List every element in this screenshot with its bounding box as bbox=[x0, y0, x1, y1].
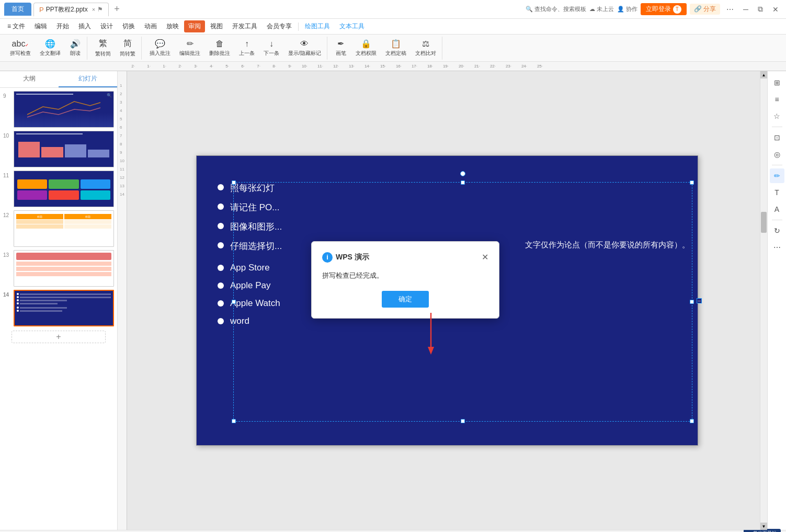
file-perm-icon: 🔒 bbox=[361, 39, 371, 49]
slide-preview-13 bbox=[14, 250, 114, 287]
dialog-close-btn[interactable]: ✕ bbox=[482, 252, 488, 262]
slide-preview-14 bbox=[14, 290, 114, 326]
ink-btn[interactable]: ✒ 画笔 bbox=[332, 37, 350, 60]
menu-edit[interactable]: 编辑 bbox=[30, 20, 51, 32]
add-slide-area[interactable]: + bbox=[3, 331, 114, 343]
slide-thumb-11[interactable]: 11 bbox=[3, 171, 114, 207]
ink-icon: ✒ bbox=[337, 39, 344, 49]
show-hide-btn[interactable]: 👁 显示/隐藏标记 bbox=[284, 37, 325, 60]
win-maximize-btn[interactable]: ⧉ bbox=[755, 4, 766, 15]
slide-preview-12: 标题 标题 bbox=[14, 210, 114, 247]
right-tool-more[interactable]: ⋯ bbox=[770, 240, 784, 255]
right-tool-list[interactable]: ≡ bbox=[770, 92, 784, 107]
right-sep3 bbox=[772, 220, 782, 220]
simp-trad-btn[interactable]: 简 简转繁 bbox=[116, 37, 139, 60]
right-tool-box[interactable]: ⊡ bbox=[770, 130, 784, 145]
right-tool-rotate[interactable]: ↻ bbox=[770, 223, 784, 238]
next-note-btn[interactable]: ↓ 下一条 bbox=[260, 37, 283, 60]
menu-file[interactable]: ≡ 文件 bbox=[3, 20, 29, 32]
prev-note-btn[interactable]: ↑ 上一条 bbox=[235, 37, 258, 60]
delete-note-btn[interactable]: 🗑 删除批注 bbox=[206, 37, 234, 60]
tool-group-notes: 💬 插入批注 ✏ 编辑批注 🗑 删除批注 ↑ 上一条 ↓ 下一条 👁 显示/隐藏… bbox=[144, 37, 327, 60]
dialog-ok-btn[interactable]: 确定 bbox=[382, 291, 429, 308]
edit-note-icon: ✏ bbox=[187, 39, 193, 49]
sidebar-tabs: 大纲 幻灯片 bbox=[0, 71, 117, 88]
compare-icon: ⚖ bbox=[422, 39, 429, 49]
compare-btn[interactable]: ⚖ 文档比对 bbox=[412, 37, 440, 60]
edit-note-btn[interactable]: ✏ 编辑批注 bbox=[176, 37, 204, 60]
slide-thumb-9[interactable]: 9 🔍 bbox=[3, 91, 114, 128]
menu-transition[interactable]: 切换 bbox=[118, 20, 139, 32]
cloud-icon[interactable]: ☁ 未上云 bbox=[589, 5, 614, 13]
translate-icon: 🌐 bbox=[45, 39, 55, 49]
vertical-scrollbar[interactable]: ▲ ▼ bbox=[760, 71, 767, 530]
right-tool-font[interactable]: A bbox=[770, 202, 784, 217]
menu-sep1 bbox=[298, 22, 299, 31]
login-label: 立即登录 bbox=[646, 5, 671, 14]
right-tool-grid[interactable]: ⊞ bbox=[770, 75, 784, 90]
menu-insert[interactable]: 插入 bbox=[74, 20, 95, 32]
title-bar: 首页 P PPT教程2.pptx × ⚑ + 🔍 查找命令、搜索模板 ☁ 未上云… bbox=[0, 0, 786, 19]
sidebar: 大纲 幻灯片 9 🔍 bbox=[0, 71, 118, 530]
share-btn[interactable]: 🔗 分享 bbox=[690, 4, 720, 15]
search-area[interactable]: 🔍 查找命令、搜索模板 bbox=[526, 5, 586, 13]
tool-group-ink: ✒ 画笔 🔒 文档权限 📋 文档定稿 ⚖ 文档比对 bbox=[329, 37, 442, 60]
red-arrow-indicator bbox=[415, 313, 447, 360]
title-bar-actions: 🔍 查找命令、搜索模板 ☁ 未上云 👤 协作 立即登录 T 🔗 分享 ⋯ ─ ⧉… bbox=[526, 3, 782, 15]
win-minimize-btn[interactable]: ─ bbox=[740, 4, 751, 15]
file-perm-btn[interactable]: 🔒 文档权限 bbox=[352, 37, 380, 60]
user-icon: T bbox=[673, 5, 681, 14]
dialog-info-icon: i bbox=[322, 252, 333, 263]
translate-btn[interactable]: 🌐 全文翻译 bbox=[36, 37, 64, 60]
menu-view[interactable]: 视图 bbox=[206, 20, 227, 32]
show-hide-icon: 👁 bbox=[300, 39, 309, 49]
delete-note-icon: 🗑 bbox=[215, 39, 224, 49]
ruler-top: 2·1·1·2·3·4·5·6·7·8·9·10·11·12·13·14·15·… bbox=[0, 62, 786, 71]
tab-file[interactable]: P PPT教程2.pptx × ⚑ bbox=[33, 3, 109, 16]
slide-num-9: 9 bbox=[3, 93, 12, 99]
svg-marker-1 bbox=[428, 347, 434, 355]
spellcheck-btn[interactable]: abc✓ 拼写检查 bbox=[6, 37, 35, 60]
menu-design[interactable]: 设计 bbox=[96, 20, 117, 32]
file-verify-btn[interactable]: 📋 文档定稿 bbox=[382, 37, 410, 60]
slide-thumb-14[interactable]: 14 bbox=[3, 290, 114, 326]
menu-draw-tools[interactable]: 绘图工具 bbox=[301, 20, 334, 32]
read-btn[interactable]: 🔊 朗读 bbox=[66, 37, 85, 60]
menu-more-btn[interactable]: ⋯ bbox=[723, 4, 737, 15]
menu-review[interactable]: 审阅 bbox=[184, 20, 205, 32]
slide-thumb-13[interactable]: 13 bbox=[3, 250, 114, 287]
right-tool-star[interactable]: ☆ bbox=[770, 109, 784, 123]
slide-preview-11 bbox=[14, 171, 114, 207]
login-button[interactable]: 立即登录 T bbox=[641, 3, 687, 15]
outline-tab[interactable]: 大纲 bbox=[0, 71, 59, 87]
tool-group-trad: 繁 繁转简 简 简转繁 bbox=[89, 37, 142, 60]
win-close-btn[interactable]: ✕ bbox=[769, 4, 782, 15]
collab-icon[interactable]: 👤 协作 bbox=[617, 5, 637, 13]
menu-slideshow[interactable]: 放映 bbox=[162, 20, 183, 32]
right-tool-circle[interactable]: ◎ bbox=[770, 147, 784, 162]
menu-member[interactable]: 会员专享 bbox=[263, 20, 296, 32]
menu-dev-tools[interactable]: 开发工具 bbox=[228, 20, 261, 32]
menu-text-tools[interactable]: 文本工具 bbox=[335, 20, 369, 32]
menu-start[interactable]: 开始 bbox=[52, 20, 73, 32]
tab-home[interactable]: 首页 bbox=[4, 3, 31, 16]
slide-num-10: 10 bbox=[3, 133, 12, 139]
slide-thumb-12[interactable]: 12 标题 标题 bbox=[3, 210, 114, 247]
wps-dialog: i WPS 演示 ✕ 拼写检查已经完成。 确定 bbox=[311, 241, 499, 319]
slide-preview-10 bbox=[14, 131, 114, 167]
new-tab-btn[interactable]: + bbox=[111, 4, 123, 15]
tab-close-btn[interactable]: × bbox=[92, 6, 95, 13]
right-sep2 bbox=[772, 165, 782, 165]
right-tool-text[interactable]: T bbox=[770, 185, 784, 200]
slides-tab[interactable]: 幻灯片 bbox=[59, 71, 117, 87]
slide-thumb-10[interactable]: 10 bbox=[3, 131, 114, 167]
simp-icon: 简 bbox=[123, 38, 132, 49]
slide-canvas: ─ 照每张幻灯 请记住 PO... bbox=[196, 155, 698, 446]
menu-animation[interactable]: 动画 bbox=[140, 20, 161, 32]
spellcheck-icon: abc✓ bbox=[12, 39, 29, 49]
right-tool-edit[interactable]: ✏ bbox=[770, 168, 784, 183]
insert-note-btn[interactable]: 💬 插入批注 bbox=[146, 37, 174, 60]
trad-simp-btn[interactable]: 繁 繁转简 bbox=[92, 37, 115, 60]
slide-preview-9: 🔍 bbox=[14, 91, 114, 128]
read-icon: 🔊 bbox=[70, 39, 81, 49]
